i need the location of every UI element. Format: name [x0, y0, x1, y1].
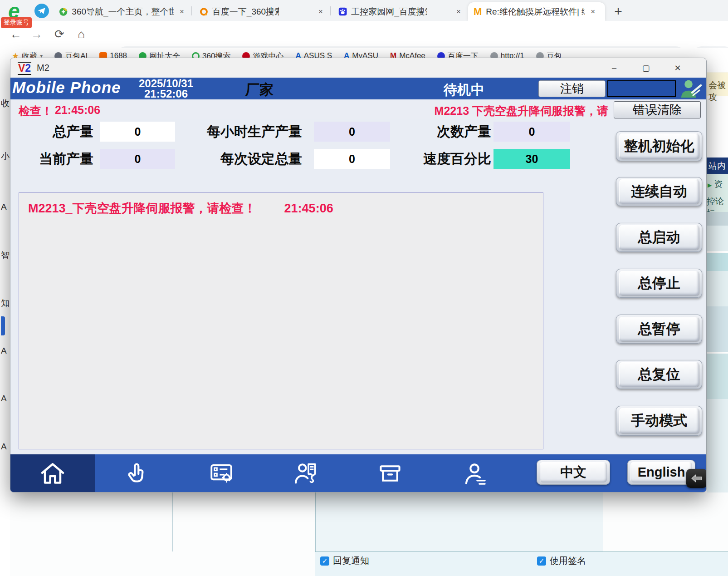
alarm-message: M2213_下壳空盘升降伺服报警，请检查！	[28, 202, 256, 215]
machine-init-button[interactable]: 整机初始化	[616, 131, 702, 161]
hmi-nav-bar: 中文 English	[10, 454, 706, 492]
home-icon[interactable]: ⌂	[73, 27, 89, 41]
tab-separator	[191, 6, 192, 15]
forward-icon[interactable]: →	[29, 27, 44, 41]
tab-baidu-search[interactable]: 工控家园网_百度搜索 ×	[333, 2, 466, 21]
paper-plane-icon	[37, 6, 46, 15]
master-reset-button[interactable]: 总复位	[616, 360, 702, 389]
forum-m-icon: M	[474, 6, 482, 18]
tab-360-search[interactable]: 百度一下_360搜索 ×	[194, 2, 328, 21]
parameter-settings-icon	[208, 460, 235, 487]
browser-tab-bar: e 360导航_一个主页，整个世 × 百度一下_360搜索 × 工控家园网_百度…	[0, 0, 728, 21]
machine-status: 待机中	[432, 81, 496, 99]
cycle-output-value[interactable]: 0	[493, 122, 570, 142]
login-account-badge[interactable]: 登录账号	[1, 17, 32, 28]
tab-close-icon[interactable]: ×	[591, 7, 595, 16]
remote-back-overlay-button[interactable]	[686, 469, 707, 488]
vendor-label[interactable]: 厂家	[245, 80, 274, 99]
brand-title: Mobile Phone	[12, 79, 121, 97]
tab-separator	[330, 6, 331, 15]
v2-logo-icon: V2	[18, 62, 31, 75]
nav-home-tab[interactable]	[10, 454, 95, 492]
window-title: M2	[37, 63, 49, 73]
tray-box-icon	[377, 460, 403, 487]
datetime-display: 2025/10/3121:52:06	[132, 78, 200, 99]
reply-notice-checkbox[interactable]: ✓ 回复通知	[320, 555, 369, 567]
checkbox-checked-icon: ✓	[320, 556, 329, 566]
user-field-box[interactable]	[607, 80, 676, 97]
alarm-time: 21:45:06	[284, 202, 333, 215]
360-nav-icon	[59, 7, 68, 16]
batch-total-value[interactable]: 0	[314, 149, 390, 169]
master-start-button[interactable]: 总启动	[616, 223, 702, 252]
tab-forum-active[interactable]: M Re:维伦触摸屏远程软件| 综合 ×	[468, 2, 605, 21]
nav-manual-tab[interactable]	[95, 454, 179, 492]
alert-message: M2213 下壳空盘升降伺服报警，请	[435, 103, 608, 118]
back-arrow-icon	[690, 473, 704, 484]
back-icon[interactable]: ←	[8, 27, 24, 41]
speed-percent-value[interactable]: 30	[493, 149, 570, 169]
hourly-output-label: 每小时生产产量	[193, 122, 302, 142]
forum-panel-header: 站内短	[707, 158, 728, 174]
user-profile-icon	[461, 460, 488, 487]
hmi-header: Mobile Phone 2025/10/3121:52:06 厂家 待机中 注…	[10, 78, 706, 99]
total-output-label: 总产量	[10, 122, 93, 142]
tab-360-nav[interactable]: 360导航_一个主页，整个世 ×	[54, 2, 190, 21]
use-signature-checkbox[interactable]: ✓ 使用签名	[537, 555, 586, 567]
arrow-bullet-icon: ▶	[708, 182, 712, 188]
current-output-label: 当前产量	[10, 149, 93, 169]
minimize-button[interactable]: –	[604, 58, 625, 78]
nav-operator-tab[interactable]	[264, 454, 348, 492]
maximize-button[interactable]: ▢	[635, 58, 656, 78]
page-bottom-area: ✓ 回复通知 ✓ 使用签名	[10, 492, 728, 576]
nav-settings-tab[interactable]	[179, 454, 264, 492]
tab-close-icon[interactable]: ×	[318, 7, 323, 16]
new-tab-button[interactable]: +	[610, 4, 626, 19]
batch-total-label: 每次设定总量	[193, 149, 302, 169]
page-left-edge: 收 小 A 智 知 A A A	[0, 58, 10, 480]
speed-percent-label: 速度百分比	[410, 149, 491, 169]
alarm-message-panel: M2213_下壳空盘升降伺服报警，请检查！21:45:06	[19, 192, 543, 449]
close-button[interactable]: ✕	[667, 58, 688, 78]
hourly-output-value[interactable]: 0	[314, 122, 390, 142]
user-signature-icon[interactable]	[678, 79, 705, 98]
options-row	[315, 552, 728, 576]
security-warning-strip: 会被攻	[707, 73, 728, 96]
360-search-icon	[200, 7, 208, 16]
browser-toolbar: ← → ⟳ ⌂ AI ymmfa.com / Re:维伦触摸屏远程软件| 综合讨…	[0, 21, 728, 48]
telegram-icon[interactable]	[34, 4, 49, 18]
baidu-paw-icon	[338, 7, 347, 16]
operator-record-icon	[293, 460, 319, 487]
tab-close-icon[interactable]: ×	[456, 7, 461, 16]
master-stop-button[interactable]: 总停止	[616, 269, 702, 298]
hmi-remote-window: V2 M2 – ▢ ✕ Mobile Phone 2025/10/3121:52…	[10, 58, 707, 492]
alert-check-label: 检查！	[19, 103, 53, 118]
window-titlebar[interactable]: V2 M2 – ▢ ✕	[10, 58, 706, 78]
master-pause-button[interactable]: 总暂停	[616, 315, 702, 344]
continuous-auto-button[interactable]: 连续自动	[616, 177, 702, 206]
checkbox-checked-icon: ✓	[537, 556, 546, 566]
forum-links: ▶ 资 控论坛	[707, 174, 728, 212]
total-output-value[interactable]: 0	[100, 122, 175, 142]
editor-panel	[315, 492, 603, 551]
home-icon	[39, 460, 66, 487]
nav-tray-tab[interactable]	[348, 454, 432, 492]
manual-mode-button[interactable]: 手动模式	[616, 406, 702, 436]
error-clear-button[interactable]: 错误清除	[614, 101, 701, 118]
lang-english-button[interactable]: English	[627, 460, 695, 485]
cycle-output-label: 次数产量	[410, 122, 491, 142]
nav-profile-tab[interactable]	[432, 454, 517, 492]
alert-status-bar: 检查！ 21:45:06 M2213 下壳空盘升降伺服报警，请	[10, 99, 706, 119]
selected-item-marker	[1, 316, 5, 335]
current-output-value[interactable]: 0	[100, 149, 175, 169]
alert-time: 21:45:06	[55, 103, 100, 117]
reload-icon[interactable]: ⟳	[52, 27, 67, 41]
hand-pointer-icon	[124, 461, 150, 486]
tab-close-icon[interactable]: ×	[180, 7, 184, 16]
logout-button[interactable]: 注销	[538, 80, 606, 97]
lang-chinese-button[interactable]: 中文	[537, 460, 610, 485]
